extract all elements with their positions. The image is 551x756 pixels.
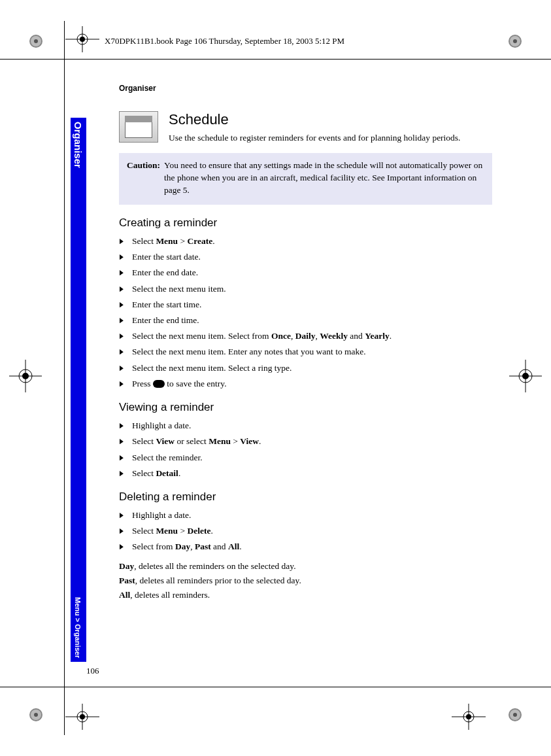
crop-target-icon [65,704,99,730]
calendar-icon [119,111,158,143]
step-item: Select the next menu item. Enter any not… [119,344,492,360]
step-item: Highlight a date. [119,507,492,523]
caution-label: Caution: [127,160,164,197]
step-item: Enter the end date. [119,265,492,281]
crop-line-left [64,21,65,735]
svg-point-23 [466,714,471,719]
paragraph: All, deletes all reminders. [119,589,492,601]
step-item: Select the next menu item. Select a ring… [119,360,492,376]
svg-point-11 [513,713,517,717]
crop-target-icon [509,360,542,392]
svg-point-31 [522,373,529,379]
svg-point-5 [513,39,517,43]
section-title: Schedule [169,111,461,128]
step-item: Enter the end time. [119,313,492,328]
step-item: Select the reminder. [119,450,492,466]
softkey-icon [153,380,165,388]
step-item: Highlight a date. [119,418,492,434]
subsection-title: Viewing a reminder [119,401,492,414]
svg-point-19 [80,714,85,719]
step-item: Select Detail. [119,466,492,481]
page-meta-header: X70DPK11B1.book Page 106 Thursday, Septe… [105,36,344,46]
step-item: Enter the start time. [119,297,492,313]
registration-mark-icon [505,705,525,725]
crop-target-icon [452,704,486,730]
step-item: Select View or select Menu > View. [119,434,492,449]
step-item: Select the next menu item. Select from O… [119,328,492,344]
svg-point-8 [34,713,38,717]
svg-point-2 [34,39,38,43]
page-number: 106 [86,666,99,676]
paragraph: Day, deletes all the reminders on the se… [119,560,492,572]
registration-mark-icon [26,705,46,725]
caution-box: Caution: You need to ensure that any set… [119,153,492,205]
subsection-title: Creating a reminder [119,216,492,230]
side-tab-breadcrumb: Menu > Organiser [74,597,82,658]
page-content: Organiser Schedule Use the schedule to r… [119,84,492,604]
side-tab-section: Organiser [73,122,84,168]
step-item: Select the next menu item. [119,281,492,297]
step-item: Enter the start date. [119,249,492,265]
running-header: Organiser [119,84,492,93]
steps-list: Highlight a date. Select View or select … [119,418,492,481]
crop-target-icon [9,360,42,392]
crop-line-top [0,59,551,60]
svg-point-27 [22,373,29,379]
steps-list: Highlight a date. Select Menu > Delete. … [119,507,492,555]
section-intro: Use the schedule to register reminders f… [169,132,461,144]
step-item: Press to save the entry. [119,376,492,392]
svg-point-15 [80,37,85,42]
crop-target-icon [65,26,99,52]
subsection-title: Deleting a reminder [119,490,492,504]
crop-line-bottom [0,687,551,687]
registration-mark-icon [505,31,525,51]
paragraph: Past, deletes all reminders prior to the… [119,575,492,587]
steps-list: Select Menu > Create. Enter the start da… [119,233,492,392]
step-item: Select Menu > Delete. [119,523,492,539]
caution-body: You need to ensure that any settings mad… [164,160,484,197]
registration-mark-icon [26,31,46,51]
step-item: Select from Day, Past and All. [119,539,492,555]
step-item: Select Menu > Create. [119,233,492,249]
side-tab: Organiser Menu > Organiser [71,118,86,662]
